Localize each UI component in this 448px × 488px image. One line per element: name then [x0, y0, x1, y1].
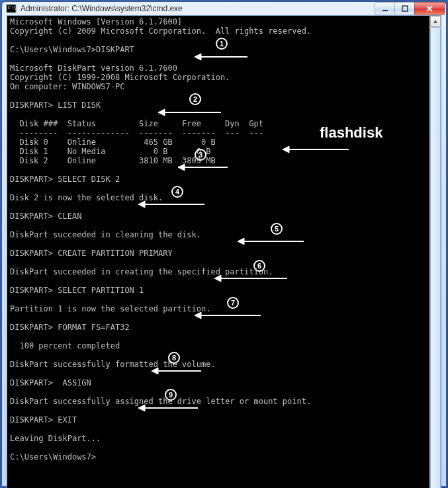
term-line: DISKPART> ASSIGN: [10, 378, 91, 387]
scroll-track[interactable]: [430, 27, 441, 488]
window-title: Administrator: C:\Windows\system32\cmd.e…: [21, 4, 375, 13]
term-line: -------- ------------- ------- ------- -…: [10, 128, 263, 138]
annotation-num-4: 4: [171, 186, 183, 198]
term-line: Microsoft DiskPart version 6.1.7600: [10, 63, 177, 73]
annotation-flashdisk-label: flashdisk: [320, 128, 382, 138]
term-line: DiskPart succeeded in creating the speci…: [10, 267, 273, 276]
scroll-thumb[interactable]: [430, 27, 441, 488]
term-line: On computer: WINDOWS7-PC: [10, 82, 124, 91]
term-line: DISKPART> EXIT: [10, 415, 77, 425]
svg-marker-5: [195, 54, 201, 60]
term-line: C:\Users\Windows7>: [10, 452, 96, 462]
scroll-up-button[interactable]: [430, 16, 441, 27]
client-area: Microsoft Windows [Version 6.1.7600] Cop…: [7, 15, 441, 488]
window-buttons: [375, 2, 445, 15]
svg-rect-3: [402, 6, 408, 11]
svg-rect-2: [382, 10, 388, 11]
term-line: Microsoft Windows [Version 6.1.7600]: [10, 17, 182, 26]
term-line: Copyright (C) 1999-2008 Microsoft Corpor…: [10, 73, 230, 82]
term-line: Partition 1 is now the selected partitio…: [10, 304, 210, 313]
maximize-button[interactable]: [394, 2, 414, 15]
cmd-window: C:\ Administrator: C:\Windows\system32\c…: [1, 1, 447, 487]
term-line: C:\Users\Windows7>DISKPART: [10, 45, 134, 54]
term-line: DiskPart successfully assigned the drive…: [10, 397, 311, 406]
annotation-num-5: 5: [271, 223, 283, 235]
term-line: Copyright (c) 2009 Microsoft Corporation…: [10, 26, 311, 36]
terminal[interactable]: Microsoft Windows [Version 6.1.7600] Cop…: [7, 16, 429, 488]
minimize-button[interactable]: [375, 2, 394, 15]
annotation-num-1: 1: [216, 38, 228, 50]
close-button[interactable]: [414, 2, 445, 15]
titlebar[interactable]: C:\ Administrator: C:\Windows\system32\c…: [2, 2, 446, 15]
svg-marker-24: [433, 20, 437, 23]
vertical-scrollbar[interactable]: [429, 16, 441, 488]
term-line: Disk 2 Online 3810 MB 3809 MB: [10, 156, 216, 165]
annotation-5: [199, 227, 317, 258]
term-line: DISKPART> LIST DISK: [10, 101, 101, 110]
svg-marker-9: [283, 146, 289, 153]
term-line: DISKPART> CLEAN: [10, 212, 81, 221]
term-line: Disk 1 No Media 0 B 0 B: [10, 147, 210, 156]
annotation-flash: [244, 135, 355, 166]
cmd-icon: C:\: [6, 3, 17, 14]
term-line: DiskPart successfully formatted the volu…: [10, 360, 216, 369]
term-line: DISKPART> SELECT DISK 2: [10, 175, 120, 184]
term-line: DiskPart succeeded in cleaning the disk.: [10, 230, 201, 239]
svg-marker-7: [158, 109, 165, 116]
term-line: DISKPART> SELECT PARTITION 1: [10, 286, 144, 295]
term-line: DISKPART> FORMAT FS=FAT32: [10, 323, 130, 332]
term-line: Disk ### Status Size Free Dyn Gpt: [10, 119, 263, 128]
term-line: 100 percent completed: [10, 341, 120, 350]
term-line: Disk 0 Online 465 GB 0 B: [10, 138, 216, 147]
term-line: Disk 2 is now the selected disk.: [10, 193, 163, 202]
annotation-num-7: 7: [227, 297, 239, 309]
annotation-num-2: 2: [189, 93, 201, 105]
svg-marker-15: [238, 238, 244, 245]
svg-text:C:\: C:\: [8, 5, 17, 11]
term-line: DISKPART> CREATE PARTITION PRIMARY: [10, 249, 173, 258]
term-line: Leaving DiskPart...: [10, 434, 101, 443]
